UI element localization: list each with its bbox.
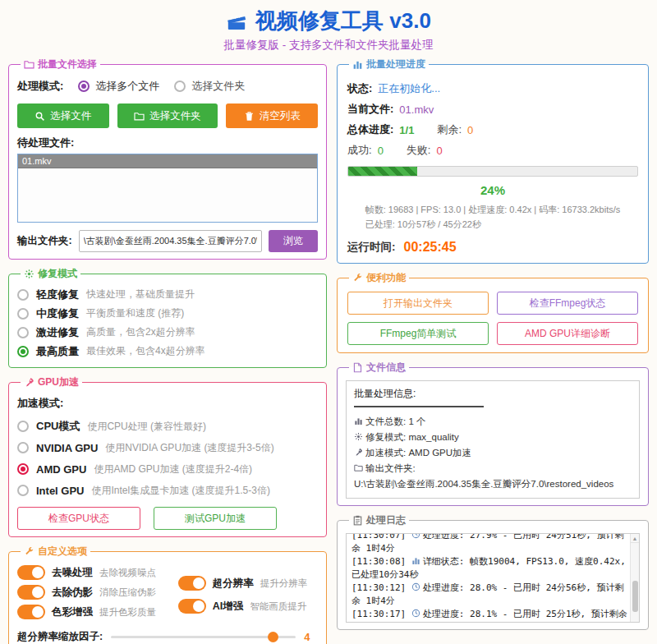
toggle-color-enhance[interactable]: 色彩增强 提升色彩质量 xyxy=(17,602,178,622)
toggle-denoise[interactable]: 去噪处理 去除视频噪点 xyxy=(17,563,178,582)
gear-icon xyxy=(354,430,365,445)
toggle-switch[interactable] xyxy=(178,576,206,591)
page-subtitle: 批量修复版 - 支持多文件和文件夹批量处理 xyxy=(8,38,649,53)
page-title: 视频修复工具 v3.0 xyxy=(255,7,431,35)
panel-progress-title: 批量处理进度 xyxy=(366,58,425,71)
radio-repair-aggressive[interactable]: 激进修复 高质量，包含2x超分辨率 xyxy=(17,323,318,342)
panel-custom-title: 自定义选项 xyxy=(38,545,87,559)
panel-tools: 便利功能 打开输出文件夹 检查FFmpeg状态 FFmpeg简单测试 AMD G… xyxy=(337,271,649,353)
log-line: [11:30:08] 详细状态: 帧数19004, FPS13.0, 速度0.4… xyxy=(351,555,627,582)
app-header: 视频修复工具 v3.0 批量修复版 - 支持多文件和文件夹批量处理 xyxy=(8,5,649,58)
panel-custom-options: 自定义选项 去噪处理 去除视频噪点 去除伪影 消除压缩伪影 xyxy=(8,545,327,644)
fail-label: 失败: xyxy=(407,143,431,158)
radio-amd-gpu[interactable]: AMD GPU 使用AMD GPU加速 (速度提升2-4倍) xyxy=(17,458,318,480)
radio-icon[interactable] xyxy=(17,485,29,496)
panel-repair-mode: 修复模式 轻度修复 快速处理，基础质量提升 中度修复 平衡质量和速度 (推荐) … xyxy=(8,267,327,368)
panel-file-info: 文件信息 批量处理信息: 文件总数: 1 个 修复模式: max_quality… xyxy=(337,361,649,506)
panel-gpu-title: GPU加速 xyxy=(38,375,79,389)
list-item[interactable]: 01.mkv xyxy=(18,154,317,168)
search-icon xyxy=(34,111,45,122)
clock-icon xyxy=(411,609,423,619)
radio-repair-max-quality[interactable]: 最高质量 最佳效果，包含4x超分辨率 xyxy=(17,342,318,361)
chart-icon xyxy=(354,414,365,430)
success-label: 成功: xyxy=(347,143,372,158)
process-mode-label: 处理模式: xyxy=(17,79,63,94)
radio-repair-medium[interactable]: 中度修复 平衡质量和速度 (推荐) xyxy=(17,304,318,323)
radio-label: 选择文件夹 xyxy=(191,79,245,94)
log-scrollbar[interactable]: ▲ xyxy=(630,534,639,622)
scale-factor-label: 超分辨率缩放因子: xyxy=(17,630,103,644)
radio-select-folder[interactable]: 选择文件夹 xyxy=(174,79,245,94)
wrench-icon xyxy=(24,546,34,557)
toggle-switch[interactable] xyxy=(178,599,206,614)
log-lines: [11:30:07] 处理进度: 27.9% - 已用时 24分51秒, 预计剩… xyxy=(347,533,639,623)
stats-line: 帧数: 19683 | FPS: 13.0 | 处理速度: 0.42x | 码率… xyxy=(365,203,621,218)
log-timestamp: [11:30:08] xyxy=(351,556,406,567)
panel-gpu-acceleration: GPU加速 加速模式: CPU模式 使用CPU处理 (兼容性最好) NVIDIA… xyxy=(8,375,327,537)
file-icon xyxy=(352,362,363,373)
scrollbar-up-arrow[interactable]: ▲ xyxy=(631,534,639,543)
radio-icon[interactable] xyxy=(17,421,29,432)
log-timestamp: [11:30:12] xyxy=(351,582,406,593)
slider-knob[interactable] xyxy=(268,632,278,642)
panel-log-title: 处理日志 xyxy=(366,513,406,527)
progress-percent: 24% xyxy=(346,183,640,197)
radio-nvidia-gpu[interactable]: NVIDIA GPU 使用NVIDIA GPU加速 (速度提升3-5倍) xyxy=(17,437,318,458)
radio-icon[interactable] xyxy=(17,308,29,320)
open-output-folder-button[interactable]: 打开输出文件夹 xyxy=(347,292,489,315)
panel-processing-log: 处理日志 [11:30:07] 处理进度: 27.9% - 已用时 24分51秒… xyxy=(337,513,649,630)
toggle-switch[interactable] xyxy=(17,605,45,619)
folder-icon xyxy=(134,111,145,122)
toggle-switch[interactable] xyxy=(17,585,45,600)
radio-select-multiple-files[interactable]: 选择多个文件 xyxy=(78,79,159,94)
radio-icon[interactable] xyxy=(17,327,29,338)
test-gpu-accel-button[interactable]: 测试GPU加速 xyxy=(154,507,277,530)
status-label: 状态: xyxy=(347,81,372,96)
radio-repair-light[interactable]: 轻度修复 快速处理，基础质量提升 xyxy=(17,285,318,304)
scale-factor-slider[interactable] xyxy=(111,636,296,638)
file-info-lines: 文件总数: 1 个 修复模式: max_quality 加速模式: AMD GP… xyxy=(354,414,632,492)
batch-info-title: 批量处理信息: xyxy=(354,387,632,401)
amd-gpu-diagnose-button[interactable]: AMD GPU详细诊断 xyxy=(497,322,638,345)
toggle-deartifact[interactable]: 去除伪影 消除压缩伪影 xyxy=(17,582,178,602)
output-folder-label: 输出文件夹: xyxy=(17,234,72,248)
radio-icon[interactable] xyxy=(17,442,29,453)
select-files-button[interactable]: 选择文件 xyxy=(17,104,109,128)
toggle-ai-enhance[interactable]: AI增强 智能画质提升 xyxy=(178,596,318,616)
browse-button[interactable]: 浏览 xyxy=(269,230,318,252)
radio-icon[interactable] xyxy=(78,80,90,92)
clock-icon xyxy=(411,533,423,540)
check-gpu-status-button[interactable]: 检查GPU状态 xyxy=(17,507,140,530)
pending-files-list[interactable]: 01.mkv xyxy=(17,154,318,223)
toggle-super-resolution[interactable]: 超分辨率 提升分辨率 xyxy=(178,573,318,593)
app-window: 视频修复工具 v3.0 批量修复版 - 支持多文件和文件夹批量处理 批量文件选择… xyxy=(0,0,657,644)
clipboard-icon xyxy=(352,515,363,526)
chart-icon xyxy=(411,556,423,567)
output-folder-input[interactable] xyxy=(79,230,262,252)
radio-icon[interactable] xyxy=(17,463,29,475)
scrollbar-thumb[interactable] xyxy=(632,581,638,612)
log-line: [11:30:07] 处理进度: 27.9% - 已用时 24分51秒, 预计剩… xyxy=(351,533,627,555)
processed-line: 已处理: 10分57秒 / 45分22秒 xyxy=(365,218,621,232)
remaining-value: 0 xyxy=(467,124,473,136)
progress-bar-fill xyxy=(348,167,417,176)
radio-cpu-mode[interactable]: CPU模式 使用CPU处理 (兼容性最好) xyxy=(17,416,318,437)
radio-icon[interactable] xyxy=(174,80,186,92)
info-line: 输出文件夹: xyxy=(354,461,632,476)
info-line: U:\古装剧\金蚕丝雨.2004.35集全.豆瓣评分7.0\restored_v… xyxy=(354,476,632,492)
radio-intel-gpu[interactable]: Intel GPU 使用Intel集成显卡加速 (速度提升1.5-3倍) xyxy=(17,480,318,501)
select-folder-button[interactable]: 选择文件夹 xyxy=(117,104,218,128)
log-timestamp: [11:30:07] xyxy=(351,533,406,540)
toggle-switch[interactable] xyxy=(17,565,45,580)
clear-list-button[interactable]: 清空列表 xyxy=(226,104,318,128)
pending-files-label: 待处理文件: xyxy=(17,136,318,150)
accel-mode-label: 加速模式: xyxy=(17,396,318,411)
page-title-row: 视频修复工具 v3.0 xyxy=(226,7,431,35)
ffmpeg-simple-test-button[interactable]: FFmpeg简单测试 xyxy=(347,322,489,345)
radio-icon[interactable] xyxy=(17,289,29,301)
log-line: [11:30:12] 处理进度: 28.0% - 已用时 24分56秒, 预计剩… xyxy=(351,582,627,608)
trash-icon xyxy=(244,111,255,122)
radio-icon[interactable] xyxy=(17,346,29,357)
check-ffmpeg-status-button[interactable]: 检查FFmpeg状态 xyxy=(497,292,638,315)
log-viewport[interactable]: [11:30:07] 处理进度: 27.9% - 已用时 24分51秒, 预计剩… xyxy=(346,533,640,623)
